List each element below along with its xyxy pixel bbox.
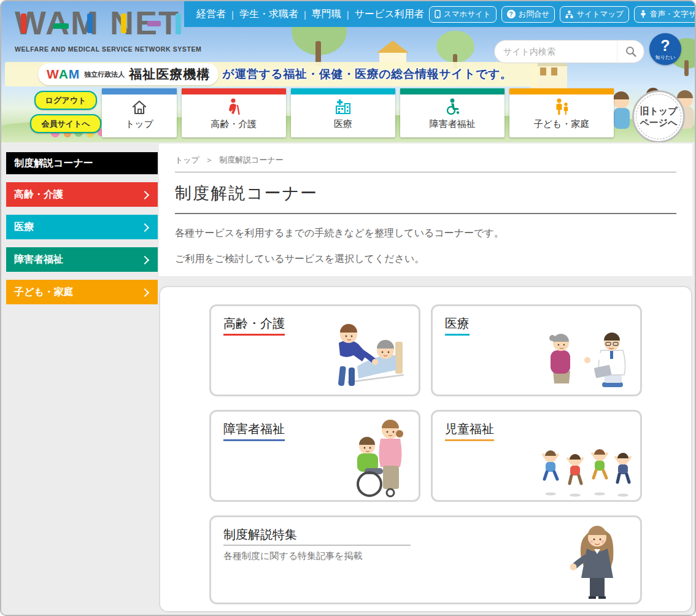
sidebar-item-children-family[interactable]: 子ども・家庭 <box>6 280 158 304</box>
tab-disability-welfare[interactable]: 障害者福祉 <box>400 88 505 137</box>
page-title: 制度解説コーナー <box>175 182 676 214</box>
sidebar: 制度解説コーナー 高齢・介護 医療 障害者福祉 子ども・家庭 <box>6 152 158 304</box>
member-site-button[interactable]: 会員サイトへ <box>30 114 101 133</box>
card-child-welfare[interactable]: 児童福祉 <box>431 410 642 502</box>
wamnet-page: ✦ 経営者 | 学生・求職者 | 専門職 | サービス利用者 <box>0 0 696 616</box>
intro-section: トップ ＞ 制度解説コーナー 制度解説コーナー 各種サービスを利用するまでの手続… <box>159 144 692 276</box>
sidebar-item-disability-welfare[interactable]: 障害者福祉 <box>6 247 158 272</box>
card-feature-articles[interactable]: 制度解説特集 各種制度に関する特集記事を掲載 <box>209 515 642 604</box>
wamnet-logo-wordmark: WAM NET <box>15 5 199 42</box>
intro-paragraph: ご利用をご検討しているサービスを選択してください。 <box>175 253 676 266</box>
hospital-icon <box>334 98 352 115</box>
top-link-service-users[interactable]: サービス利用者 <box>355 8 424 21</box>
card-elderly-care[interactable]: 高齢・介護 <box>209 304 420 396</box>
service-cards: 高齢・介護 <box>209 304 642 604</box>
tab-top[interactable]: トップ <box>102 88 177 137</box>
tab-children-family[interactable]: 子ども・家庭 <box>509 88 614 137</box>
site-description: が運営する福祉・保健・医療の総合情報サイトです。 <box>222 66 512 82</box>
content-area: トップ ＞ 制度解説コーナー 制度解説コーナー 各種サービスを利用するまでの手続… <box>159 144 692 612</box>
org-name-label: 福祉医療機構 <box>129 66 210 83</box>
separator: | <box>231 9 234 20</box>
children-illustration <box>537 441 635 498</box>
global-nav: トップ 高齢・介護 医療 <box>102 88 614 137</box>
separator: | <box>347 9 349 20</box>
breadcrumb: トップ ＞ 制度解説コーナー <box>175 152 676 172</box>
elderly-cane-icon <box>226 98 242 115</box>
chevron-right-icon <box>141 223 149 232</box>
old-top-line1: 旧トップ <box>640 105 677 117</box>
question-icon: ? <box>507 10 516 18</box>
parent-child-icon <box>554 98 570 115</box>
tab-medical[interactable]: 医療 <box>291 88 395 137</box>
site-header: ✦ 経営者 | 学生・求職者 | 専門職 | サービス利用者 <box>1 1 695 142</box>
breadcrumb-separator: ＞ <box>206 155 214 164</box>
sidebar-item-elderly-care[interactable]: 高齢・介護 <box>6 182 158 207</box>
home-icon <box>131 99 148 115</box>
smartphone-site-button[interactable]: スマホサイト <box>429 6 497 23</box>
elderly-care-illustration <box>322 317 414 392</box>
site-search: ? 知りたい <box>494 38 681 65</box>
logo-tagline: WELFARE AND MEDICAL SERVICE NETWORK SYST… <box>15 45 211 53</box>
service-panel: 高齢・介護 <box>159 286 692 612</box>
breadcrumb-current: 制度解説コーナー <box>219 155 284 164</box>
contact-button[interactable]: ? お問合せ <box>501 6 555 23</box>
wamnet-logo[interactable]: WAM NET WELFARE AND MEDICAL SERVICE NETW… <box>15 5 211 53</box>
breadcrumb-home-link[interactable]: トップ <box>175 155 199 164</box>
wam-mini-logo: WAM <box>47 67 80 82</box>
main-area: 制度解説コーナー 高齢・介護 医療 障害者福祉 子ども・家庭 トップ ＞ 制度解… <box>1 142 695 616</box>
search-button[interactable] <box>617 40 644 63</box>
chevron-right-icon <box>141 288 149 297</box>
help-badge[interactable]: ? 知りたい <box>649 33 681 65</box>
smartphone-icon <box>435 10 441 18</box>
wam-org-logo[interactable]: WAM 独立行政法人 福祉医療機構 <box>38 63 218 85</box>
member-area: ログアウト 会員サイトへ <box>26 91 106 133</box>
search-icon <box>625 45 637 58</box>
top-bar: 経営者 | 学生・求職者 | 専門職 | サービス利用者 スマホサイト ? お問… <box>184 1 695 27</box>
card-medical[interactable]: 医療 <box>431 304 642 396</box>
sitemap-icon <box>565 10 573 18</box>
top-link-professionals[interactable]: 専門職 <box>312 8 341 21</box>
sitemap-button[interactable]: サイトマップ <box>560 6 629 23</box>
old-top-line2: ページへ <box>640 117 677 129</box>
search-input[interactable] <box>494 40 617 63</box>
question-icon: ? <box>660 38 670 53</box>
presenter-illustration <box>566 519 625 600</box>
help-caption: 知りたい <box>655 54 676 61</box>
org-type-label: 独立行政法人 <box>84 70 125 79</box>
top-link-students[interactable]: 学生・求職者 <box>239 8 298 21</box>
wheelchair-icon <box>444 98 461 115</box>
chevron-right-icon <box>141 191 149 199</box>
chevron-right-icon <box>141 256 149 264</box>
separator: | <box>304 9 306 20</box>
site-description-band: WAM 独立行政法人 福祉医療機構 が運営する福祉・保健・医療の総合情報サイトで… <box>5 62 538 87</box>
old-top-page-badge[interactable]: 旧トップ ページへ <box>632 90 685 142</box>
doctor-patient-illustration <box>537 320 635 392</box>
voice-text-size-icon <box>640 10 647 18</box>
voice-text-size-button[interactable]: 音声・文字サイズ <box>634 6 695 23</box>
intro-paragraph: 各種サービスを利用するまでの手続きなどを整理しているコーナーです。 <box>175 227 676 240</box>
tab-elderly-care[interactable]: 高齢・介護 <box>182 88 286 137</box>
header-illustration <box>540 67 557 75</box>
logout-button[interactable]: ログアウト <box>34 91 98 110</box>
card-disability-welfare[interactable]: 障害者福祉 <box>209 410 420 502</box>
sidebar-section-title: 制度解説コーナー <box>6 152 158 174</box>
sidebar-item-medical[interactable]: 医療 <box>6 215 158 239</box>
wheelchair-care-illustration <box>341 415 414 498</box>
